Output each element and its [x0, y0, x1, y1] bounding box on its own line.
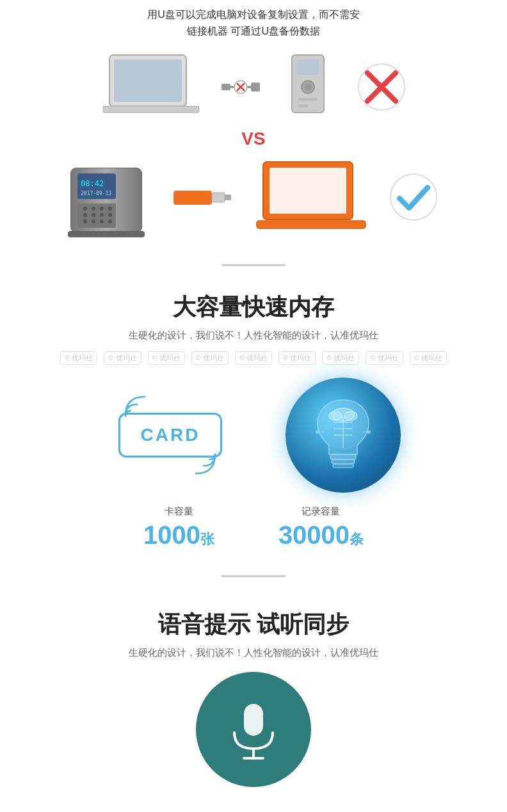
svg-rect-41 [270, 168, 346, 214]
watermark-9: © 优玛仕 [410, 351, 447, 365]
divider-2 [221, 575, 286, 577]
record-capacity-value: 30000条 [278, 521, 364, 550]
microphone-svg [225, 697, 282, 761]
comparison-bottom-row: 08:42 2017-09-13 [13, 155, 494, 239]
memory-section: 大容量快速内存 生硬化的设计，我们说不！人性化智能的设计，认准优玛仕 © 优玛仕… [0, 279, 507, 562]
svg-point-26 [100, 207, 104, 211]
usb-section: 用U盘可以完成电脑对设备复制设置，而不需安 链接机器 可通过U盘备份数据 [0, 0, 507, 251]
svg-text:08:42: 08:42 [81, 179, 104, 188]
svg-point-25 [92, 207, 95, 211]
svg-rect-59 [244, 704, 263, 736]
lightbulb-svg [305, 390, 382, 480]
svg-point-28 [83, 213, 87, 217]
microphone-circle [196, 672, 311, 787]
voice-subtitle: 生硬化的设计，我们说不！人性化智能的设计，认准优玛仕 [26, 647, 481, 659]
svg-text:2017-09-13: 2017-09-13 [81, 191, 111, 196]
svg-rect-45 [330, 454, 356, 459]
svg-point-24 [83, 207, 87, 211]
svg-point-34 [100, 219, 104, 223]
svg-point-29 [92, 213, 95, 217]
svg-rect-47 [333, 464, 353, 468]
voice-title: 语音提示 试听同步 [26, 609, 481, 641]
watermark-4: © 优玛仕 [191, 351, 229, 365]
comparison-top-row [13, 52, 494, 122]
svg-rect-7 [221, 84, 230, 90]
attendance-machine-icon: 08:42 2017-09-13 [68, 155, 151, 239]
usb-cross-icon [221, 77, 260, 97]
voice-section: 语音提示 试听同步 生硬化的设计，我们说不！人性化智能的设计，认准优玛仕 [0, 590, 507, 793]
svg-rect-14 [298, 104, 308, 107]
svg-rect-2 [103, 106, 199, 113]
svg-point-27 [108, 207, 112, 211]
svg-point-35 [108, 219, 112, 223]
svg-point-33 [92, 219, 95, 223]
svg-point-54 [344, 411, 357, 420]
svg-rect-36 [68, 231, 145, 237]
desktop-icon [279, 52, 337, 122]
watermark-5: © 优玛仕 [235, 351, 272, 365]
svg-point-58 [367, 430, 371, 434]
svg-rect-37 [173, 191, 212, 205]
x-mark-icon [356, 61, 407, 113]
svg-rect-42 [257, 221, 366, 228]
svg-point-57 [316, 430, 319, 434]
card-capacity-value: 1000张 [143, 521, 214, 550]
memory-title: 大容量快速内存 [26, 292, 481, 323]
svg-point-30 [100, 213, 104, 217]
svg-rect-39 [225, 195, 231, 200]
vs-label: VS [13, 129, 494, 149]
usb-drive-icon [170, 181, 234, 213]
watermark-3: © 优玛仕 [148, 351, 185, 365]
svg-point-32 [83, 219, 87, 223]
svg-rect-13 [298, 98, 318, 101]
wifi-top-icon [119, 390, 151, 422]
usb-title: 用U盘可以完成电脑对设备复制设置，而不需安 链接机器 可通过U盘备份数据 [13, 6, 494, 39]
svg-point-53 [329, 411, 342, 420]
card-icon-wrap: CARD [106, 384, 234, 486]
svg-rect-38 [212, 193, 225, 202]
card-capacity-label: 卡容量 [143, 506, 214, 518]
capacity-icons-row: CARD [26, 378, 481, 493]
watermark-6: © 优玛仕 [278, 351, 316, 365]
watermark-7: © 优玛仕 [322, 351, 359, 365]
svg-rect-1 [114, 60, 182, 102]
record-capacity-stat: 记录容量 30000条 [278, 506, 364, 550]
svg-point-12 [304, 83, 312, 91]
wifi-bottom-icon [189, 448, 221, 480]
watermark-row: © 优玛仕 © 优玛仕 © 优玛仕 © 优玛仕 © 优玛仕 © 优玛仕 © 优玛… [26, 351, 481, 365]
svg-point-31 [108, 213, 112, 217]
bulb-icon [286, 378, 401, 493]
memory-subtitle: 生硬化的设计，我们说不！人性化智能的设计，认准优玛仕 [26, 330, 481, 342]
watermark-1: © 优玛仕 [60, 351, 97, 365]
laptop-icon [100, 52, 202, 122]
divider-1 [221, 264, 286, 266]
orange-laptop-icon [254, 159, 369, 235]
svg-rect-10 [297, 60, 319, 75]
watermark-8: © 优玛仕 [366, 351, 403, 365]
svg-rect-8 [251, 83, 260, 92]
record-capacity-label: 记录容量 [278, 506, 364, 518]
card-capacity-stat: 卡容量 1000张 [143, 506, 214, 550]
svg-rect-46 [332, 459, 355, 464]
check-mark-icon [388, 171, 439, 223]
watermark-2: © 优玛仕 [104, 351, 141, 365]
stats-row: 卡容量 1000张 记录容量 30000条 [26, 506, 481, 550]
